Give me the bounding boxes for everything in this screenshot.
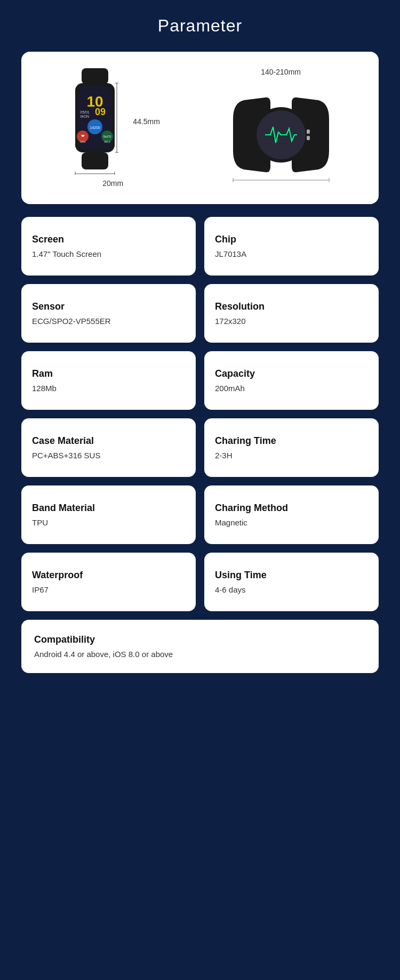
param-card-chip: Chip JL7013A [204,217,379,276]
param-card-capacity: Capacity 200mAh [204,351,379,410]
svg-rect-0 [82,68,108,84]
device-image-card: 10 05/01 MON 09 14200 ❤ 080 SpO2 98.2 [21,52,379,204]
chip-label: Chip [215,234,236,245]
charing-time-value: 2-3H [215,451,233,460]
compatibility-label: Compatibility [34,634,95,645]
case-material-value: PC+ABS+316 SUS [32,451,100,460]
svg-rect-15 [82,152,108,169]
device-side-view: 140-210mm [228,68,334,188]
capacity-value: 200mAh [215,384,245,393]
capacity-label: Capacity [215,368,255,379]
ram-value: 128Mb [32,384,57,393]
param-card-screen: Screen 1.47" Touch Screen [21,217,196,276]
svg-text:SpO2: SpO2 [103,135,112,138]
charing-method-value: Magnetic [215,518,247,527]
ram-label: Ram [32,368,53,379]
chip-value: JL7013A [215,249,246,258]
waterproof-value: IP67 [32,585,49,594]
compatibility-value: Android 4.4 or above, iOS 8.0 or above [34,650,173,659]
case-material-label: Case Material [32,435,94,447]
svg-rect-24 [307,129,310,134]
sensor-value: ECG/SPO2-VP555ER [32,317,111,326]
using-time-value: 4-6 days [215,585,246,594]
param-card-case-material: Case Material PC+ABS+316 SUS [21,418,196,477]
height-dimension: 44.5mm [133,117,160,126]
svg-text:MON: MON [81,115,89,118]
screen-label: Screen [32,234,64,245]
band-material-label: Band Material [32,503,95,514]
param-card-waterproof: Waterproof IP67 [21,553,196,611]
resolution-label: Resolution [215,301,265,312]
svg-rect-25 [307,136,310,140]
param-card-charing-method: Charing Method Magnetic [204,485,379,544]
screen-value: 1.47" Touch Screen [32,249,101,258]
waterproof-label: Waterproof [32,570,83,581]
charing-time-label: Charing Time [215,435,276,447]
svg-text:09: 09 [95,107,106,117]
svg-text:14200: 14200 [90,126,101,129]
band-dimension: 140-210mm [261,68,301,76]
param-card-sensor: Sensor ECG/SPO2-VP555ER [21,284,196,343]
param-card-charing-time: Charing Time 2-3H [204,418,379,477]
width-dimension: 20mm [102,179,123,188]
svg-text:❤: ❤ [81,134,85,139]
svg-text:080: 080 [80,140,86,143]
svg-text:98.2: 98.2 [105,140,111,143]
device-front-view: 10 05/01 MON 09 14200 ❤ 080 SpO2 98.2 [66,68,160,188]
band-material-value: TPU [32,518,48,527]
param-card-band-material: Band Material TPU [21,485,196,544]
watch-front-icon: 10 05/01 MON 09 14200 ❤ 080 SpO2 98.2 [66,68,124,175]
resolution-value: 172x320 [215,317,246,326]
watch-side-icon [228,82,334,188]
param-card-compatibility: Compatibility Android 4.4 or above, iOS … [21,620,379,673]
using-time-label: Using Time [215,570,267,581]
param-card-resolution: Resolution 172x320 [204,284,379,343]
params-grid: Screen 1.47" Touch Screen Chip JL7013A S… [21,217,379,611]
svg-text:05/01: 05/01 [81,110,90,114]
sensor-label: Sensor [32,301,65,312]
charing-method-label: Charing Method [215,503,288,514]
param-card-using-time: Using Time 4-6 days [204,553,379,611]
page-title: Parameter [158,16,242,36]
param-card-ram: Ram 128Mb [21,351,196,410]
